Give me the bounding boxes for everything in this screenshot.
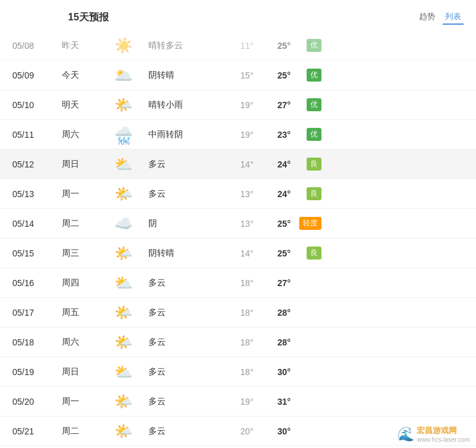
row-weather-icon: 🌤️	[99, 305, 148, 320]
header-row: 15天预报 趋势 列表	[0, 6, 476, 28]
table-row: 05/09 今天 🌥️ 阴转晴 15° 25° 优	[0, 61, 476, 90]
row-weather-icon: ⛅	[99, 365, 148, 379]
row-low-temp: 11°	[216, 41, 253, 51]
row-high-temp: 30°	[253, 367, 291, 377]
table-row: 05/16 周四 ⛅ 多云 18° 27°	[0, 268, 476, 298]
row-high-temp: 25°	[253, 41, 291, 51]
row-date: 05/16	[12, 278, 62, 288]
row-aqi: 优	[291, 69, 321, 82]
weather-emoji-icon: ⛅	[114, 365, 133, 379]
aqi-badge: 良	[307, 187, 321, 200]
watermark-sub: www.hcs-laser.com	[417, 436, 470, 443]
row-day: 周三	[62, 248, 99, 259]
row-weather-icon: ☁️	[99, 216, 148, 231]
weather-emoji-icon: 🌤️	[114, 424, 133, 439]
row-high-temp: 24°	[253, 189, 291, 199]
row-high-temp: 27°	[253, 100, 291, 110]
row-aqi: 优	[291, 128, 321, 141]
row-weather-icon: 🌤️	[99, 246, 148, 261]
trend-button[interactable]: 趋势	[417, 10, 438, 25]
row-aqi: 良	[291, 247, 321, 260]
row-day: 周五	[62, 307, 99, 318]
rain-percentage: 70%	[117, 139, 130, 146]
row-date: 05/10	[12, 100, 62, 110]
weather-emoji-icon: ⛅	[114, 276, 133, 290]
row-low-temp: 19°	[216, 130, 253, 140]
row-description: 多云	[148, 188, 216, 200]
row-day: 周四	[62, 277, 99, 289]
list-button[interactable]: 列表	[443, 10, 464, 25]
table-row: 05/14 周二 ☁️ 阴 13° 25° 轻度	[0, 209, 476, 239]
row-date: 05/09	[12, 70, 62, 80]
row-high-temp: 25°	[253, 248, 291, 258]
row-date: 05/19	[12, 367, 62, 377]
row-description: 多云	[148, 307, 216, 318]
weather-emoji-icon: 🌤️	[114, 187, 133, 201]
row-day: 周二	[62, 218, 99, 229]
row-description: 多云	[148, 277, 216, 289]
row-low-temp: 15°	[216, 70, 253, 80]
watermark: 🌊 宏昌游戏网 www.hcs-laser.com	[397, 425, 470, 443]
page-title: 15天预报	[68, 11, 109, 24]
row-weather-icon: 🌥️	[99, 68, 148, 83]
watermark-logo-icon: 🌊	[397, 426, 414, 442]
aqi-badge: 良	[307, 158, 321, 171]
row-high-temp: 27°	[253, 278, 291, 288]
row-low-temp: 13°	[216, 219, 253, 229]
row-low-temp: 20°	[216, 426, 253, 436]
row-high-temp: 31°	[253, 397, 291, 407]
row-day: 明天	[62, 99, 99, 111]
row-aqi: 轻度	[291, 217, 321, 230]
row-aqi: 良	[291, 187, 321, 200]
row-low-temp: 19°	[216, 397, 253, 407]
row-high-temp: 28°	[253, 337, 291, 347]
weather-emoji-icon: 🌤️	[114, 98, 133, 112]
row-date: 05/15	[12, 248, 62, 258]
row-date: 05/14	[12, 219, 62, 229]
header-buttons: 趋势 列表	[417, 10, 464, 25]
table-row: 05/13 周一 🌤️ 多云 13° 24° 良	[0, 179, 476, 209]
row-low-temp: 19°	[216, 100, 253, 110]
row-day: 周一	[62, 188, 99, 200]
watermark-main: 宏昌游戏网	[417, 425, 470, 436]
row-high-temp: 30°	[253, 426, 291, 436]
row-low-temp: 18°	[216, 337, 253, 347]
row-day: 昨天	[62, 40, 99, 51]
row-low-temp: 18°	[216, 308, 253, 318]
table-row: 05/11 周六 🌧️ 70% 中雨转阴 19° 23° 优	[0, 120, 476, 150]
row-date: 05/12	[12, 159, 62, 169]
row-weather-icon: 🌤️	[99, 424, 148, 439]
row-high-temp: 24°	[253, 159, 291, 169]
aqi-badge: 轻度	[299, 217, 321, 230]
row-day: 周二	[62, 426, 99, 437]
table-row: 05/12 周日 ⛅ 多云 14° 24° 良	[0, 150, 476, 179]
row-high-temp: 25°	[253, 219, 291, 229]
row-description: 多云	[148, 159, 216, 170]
watermark-text-block: 宏昌游戏网 www.hcs-laser.com	[417, 425, 470, 443]
row-low-temp: 18°	[216, 367, 253, 377]
row-date: 05/08	[12, 41, 62, 51]
weather-emoji-icon: ☀️	[114, 38, 133, 53]
row-description: 晴转多云	[148, 40, 216, 51]
weather-emoji-icon: ⛅	[114, 157, 133, 172]
row-date: 05/21	[12, 426, 62, 436]
row-aqi: 优	[291, 98, 321, 111]
weather-rows: 05/08 昨天 ☀️ 晴转多云 11° 25° 优 05/09 今天 🌥️ 阴…	[0, 31, 476, 448]
row-description: 多云	[148, 337, 216, 348]
row-weather-icon: 🌧️ 70%	[99, 127, 148, 142]
row-date: 05/18	[12, 337, 62, 347]
row-description: 阴转晴	[148, 70, 216, 81]
row-day: 周六	[62, 129, 99, 140]
weather-emoji-icon: 🌤️	[114, 394, 133, 409]
row-weather-icon: 🌤️	[99, 335, 148, 350]
row-description: 多云	[148, 396, 216, 407]
weather-emoji-icon: 🌤️	[114, 335, 133, 350]
row-description: 多云	[148, 366, 216, 378]
row-date: 05/20	[12, 397, 62, 407]
table-row: 05/17 周五 🌤️ 多云 18° 28°	[0, 298, 476, 328]
aqi-badge: 优	[307, 98, 321, 111]
row-low-temp: 13°	[216, 189, 253, 199]
row-day: 周六	[62, 337, 99, 348]
table-row: 05/08 昨天 ☀️ 晴转多云 11° 25° 优	[0, 31, 476, 61]
row-day: 周一	[62, 396, 99, 407]
